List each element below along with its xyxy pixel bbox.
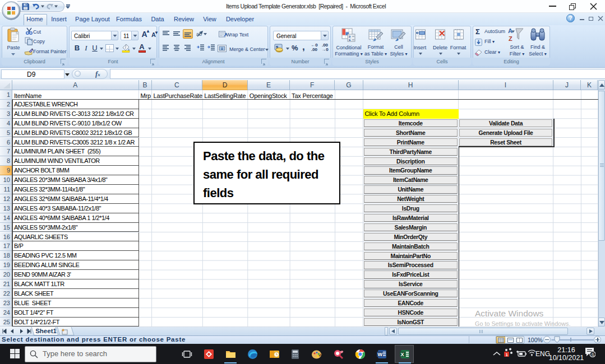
svg-text:X: X (401, 352, 404, 357)
svg-text:6: 6 (592, 352, 594, 357)
svg-text:W: W (378, 352, 383, 357)
svg-text:1: 1 (506, 352, 509, 357)
